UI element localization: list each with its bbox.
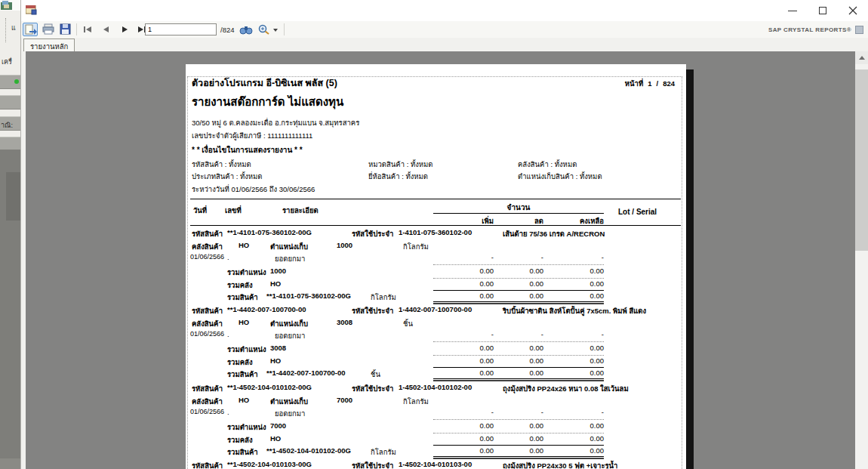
sum-warehouse-balance: 0.00 xyxy=(546,279,604,288)
location-code: 7000 xyxy=(337,396,352,404)
stock-card-group: รหัสสินค้า **1-4101-075-360102-00G รหัสใ… xyxy=(186,227,686,304)
sum-product-add: 0.00 xyxy=(427,292,494,300)
opening-add: - xyxy=(427,253,494,261)
previous-page-button[interactable] xyxy=(99,23,114,36)
maximize-button[interactable] xyxy=(808,0,838,21)
unit: ชิ้น xyxy=(403,318,413,329)
scrollbar-thumb[interactable] xyxy=(855,69,868,251)
stock-card-group: รหัสสินค้า **1-4502-104-010103-00G รหัสใ… xyxy=(186,458,686,469)
stock-card-group: รหัสสินค้า **1-4402-007-100700-00 รหัสใช… xyxy=(186,304,686,381)
previous-page-icon xyxy=(100,23,112,35)
window-titlebar xyxy=(21,0,868,21)
qty-underline xyxy=(433,213,604,214)
company-address: 30/50 หมู่ 6 ต.คลองมะเดื่อ อ.กระทุ่มแบน … xyxy=(192,117,359,128)
sum-product-sub: 0.00 xyxy=(501,446,543,455)
sum-location-balance: 0.00 xyxy=(546,267,604,275)
sum-warehouse-sub: 0.00 xyxy=(501,279,543,288)
unit: กิโลกรัม xyxy=(403,396,429,407)
location-code: 3008 xyxy=(337,318,352,326)
sum-product-unit: ชิ้น xyxy=(371,369,380,380)
document-no: . xyxy=(227,330,229,338)
toolbar-separator xyxy=(284,23,285,35)
regular-code: 1-4402-007-100700-00 xyxy=(399,305,472,313)
background-button xyxy=(0,75,20,89)
regular-code: 1-4502-104-010102-00 xyxy=(399,383,472,391)
sum-location-sub: 0.00 xyxy=(501,344,543,352)
export-button[interactable] xyxy=(23,23,38,36)
page-indicator: หน้าที่1/824 xyxy=(623,78,677,89)
column-header-lot: Lot / Serial xyxy=(618,208,657,216)
location-label: ตำแหน่งเก็บ xyxy=(270,396,308,407)
sum-location-label: รวมตำแหน่ง xyxy=(227,421,266,433)
sum-location-label: รวมตำแหน่ง xyxy=(227,344,266,355)
conditions-header: * * เงื่อนไขในการแสดงรายงาน * * xyxy=(192,144,303,156)
product-code: **1-4101-075-360102-00G xyxy=(227,228,312,236)
zoom-button[interactable] xyxy=(257,23,272,36)
sum-warehouse-code: HO xyxy=(270,279,281,288)
save-button[interactable] xyxy=(58,23,73,36)
divider-line xyxy=(433,341,604,342)
background-app-icon xyxy=(1,1,12,10)
condition-location: ตำแหน่งเก็บสินค้า : ทั้งหมด xyxy=(518,171,602,182)
report-page: ตัวอย่างโปรแกรม อี-บิซิเนส พลัส (5) หน้า… xyxy=(186,64,686,469)
background-panel-bottom xyxy=(0,458,20,469)
sum-product-add: 0.00 xyxy=(427,369,494,377)
crystal-reports-icon xyxy=(855,26,863,34)
screen: แ เครื่ าณิ: xyxy=(0,0,868,469)
first-page-button[interactable] xyxy=(80,23,95,36)
zoom-dropdown-caret[interactable] xyxy=(273,29,278,32)
maximize-icon xyxy=(819,7,826,14)
sum-product-label: รวมสินค้า xyxy=(227,446,258,458)
sum-product-balance: 0.00 xyxy=(546,446,604,455)
sap-crystal-reports-brand: SAP CRYSTAL REPORTS® xyxy=(768,26,851,33)
green-status-dot xyxy=(14,79,19,84)
tab-main-report[interactable]: รายงานหลัก xyxy=(23,39,75,51)
product-code: **1-4502-104-010102-00G xyxy=(227,383,312,391)
vertical-scrollbar[interactable] xyxy=(855,51,868,469)
close-button[interactable] xyxy=(838,0,868,21)
sum-location-code: 7000 xyxy=(270,421,286,430)
window-icon xyxy=(26,5,37,15)
condition-warehouse: คลังสินค้า : ทั้งหมด xyxy=(518,159,577,170)
report-title: รายงานสต๊อกการ์ด ไม่แสดงทุน xyxy=(192,93,343,111)
divider-line xyxy=(433,419,604,420)
warehouse-label: คลังสินค้า xyxy=(192,241,223,252)
sum-warehouse-add: 0.00 xyxy=(427,356,494,365)
printer-icon xyxy=(42,23,55,35)
page-of-label: หน้าที่ xyxy=(625,79,643,88)
print-button[interactable] xyxy=(41,23,56,36)
sum-product-unit: กิโลกรัม xyxy=(371,292,396,303)
sum-location-label: รวมตำแหน่ง xyxy=(227,267,266,278)
divider-line xyxy=(433,355,604,356)
close-icon xyxy=(838,0,868,21)
page-shadow xyxy=(686,69,694,469)
background-text-fragment: เครื่ xyxy=(2,57,12,67)
product-description: ริบบิ้นผ้าซาติน สิงห์โตปั้นคู่ 7x5cm. พิ… xyxy=(503,305,646,316)
regular-code: 1-4101-075-360102-00 xyxy=(399,228,472,236)
find-button[interactable] xyxy=(239,23,254,36)
sum-warehouse-add: 0.00 xyxy=(427,279,494,288)
sum-warehouse-add: 0.00 xyxy=(427,434,494,443)
product-description: ถุงมุ้งสปริง PP24x30 5 ฟุต +เจาะรูน้ำ xyxy=(503,460,617,469)
page-number-input[interactable] xyxy=(145,23,217,35)
location-label: ตำแหน่งเก็บ xyxy=(270,318,308,329)
company-name: ตัวอย่างโปรแกรม อี-บิซิเนส พลัส (5) xyxy=(192,76,337,91)
sum-location-code: 1000 xyxy=(270,267,286,275)
warehouse-label: คลังสินค้า xyxy=(192,396,223,407)
product-code: **1-4502-104-010103-00G xyxy=(227,460,312,468)
sum-product-code: **1-4101-075-360102-00G xyxy=(266,292,351,300)
warehouse-code: HO xyxy=(239,241,249,249)
scrollbar-up-button[interactable] xyxy=(855,51,868,64)
crystal-reports-window: /824 SAP CRYSTAL REPORTS® รายงานหลัก xyxy=(20,0,868,469)
minimize-button[interactable] xyxy=(777,0,808,21)
ruler-marks xyxy=(5,18,6,42)
product-code: **1-4402-007-100700-00 xyxy=(227,305,306,313)
next-page-button[interactable] xyxy=(117,23,132,36)
background-button: าณิ: xyxy=(0,116,20,131)
regular-code-label: รหัสใช้ประจำ xyxy=(352,228,393,239)
background-button xyxy=(0,95,20,110)
condition-brand: ยี่ห้อสินค้า : ทั้งหมด xyxy=(368,171,428,182)
report-viewer-area: ตัวอย่างโปรแกรม อี-บิซิเนส พลัส (5) หน้า… xyxy=(26,51,868,469)
background-app-window[interactable]: แ เครื่ าณิ: xyxy=(0,0,20,469)
sum-product-sub: 0.00 xyxy=(501,369,543,377)
